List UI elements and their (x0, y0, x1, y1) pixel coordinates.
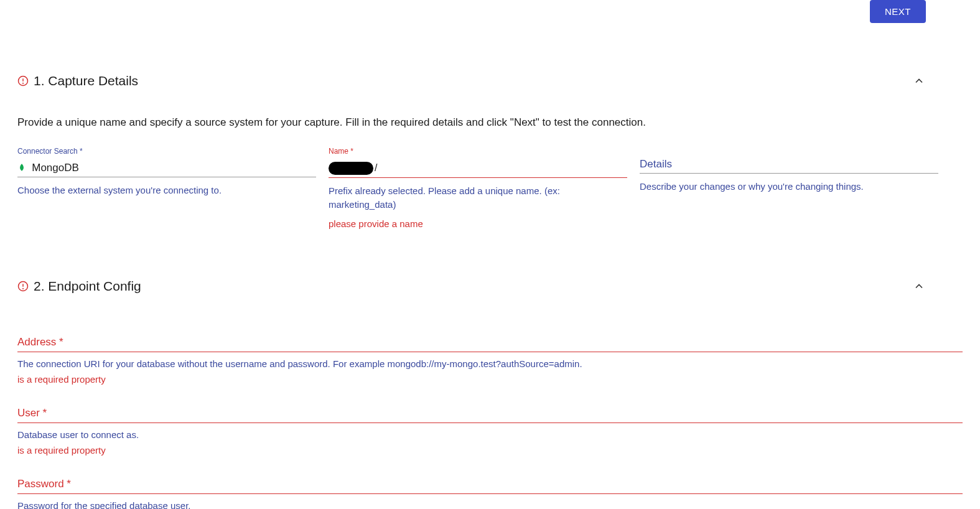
name-helper: Prefix already selected. Please add a un… (329, 184, 627, 212)
password-input[interactable] (17, 492, 963, 494)
name-field: Name * / Prefix already selected. Please… (329, 147, 627, 229)
name-label: Name * (329, 147, 627, 156)
connector-helper: Choose the external system you're connec… (17, 184, 316, 198)
chevron-up-icon[interactable] (913, 280, 925, 292)
section-1-header[interactable]: 1. Capture Details (17, 73, 963, 88)
details-helper: Describe your changes or why you're chan… (640, 180, 938, 194)
svg-point-5 (23, 288, 24, 289)
svg-point-2 (23, 83, 24, 83)
section-1-title: 1. Capture Details (34, 73, 138, 88)
mongodb-icon (17, 162, 27, 174)
next-button[interactable]: NEXT (870, 0, 926, 23)
address-error: is a required property (17, 374, 963, 385)
details-field: Details Describe your changes or why you… (640, 147, 938, 229)
connector-input[interactable]: MongoDB (17, 158, 316, 177)
name-error: please provide a name (329, 218, 627, 229)
chevron-up-icon[interactable] (913, 75, 925, 87)
section-2-header[interactable]: 2. Endpoint Config (17, 279, 963, 294)
connector-field: Connector Search * MongoDB Choose the ex… (17, 147, 316, 229)
user-helper: Database user to connect as. (17, 429, 963, 440)
user-error: is a required property (17, 445, 963, 455)
password-field: Password * Password for the specified da… (17, 478, 963, 510)
address-input[interactable] (17, 350, 963, 352)
section-2-title: 2. Endpoint Config (34, 279, 141, 294)
connector-value: MongoDB (32, 162, 316, 174)
user-input[interactable] (17, 421, 963, 423)
address-helper: The connection URI for your database wit… (17, 358, 963, 369)
user-field: User * Database user to connect as. is a… (17, 407, 963, 455)
user-label: User * (17, 407, 963, 419)
section-1-description: Provide a unique name and specify a sour… (17, 114, 963, 131)
error-icon (17, 281, 29, 292)
name-slash: / (375, 162, 377, 174)
address-field: Address * The connection URI for your da… (17, 336, 963, 385)
name-prefix-redacted (329, 162, 373, 175)
connector-label: Connector Search * (17, 147, 316, 156)
details-input[interactable]: Details (640, 147, 938, 174)
name-input[interactable]: / (329, 158, 627, 178)
error-icon (17, 75, 29, 86)
password-label: Password * (17, 478, 963, 490)
details-placeholder: Details (640, 158, 672, 170)
address-label: Address * (17, 336, 963, 348)
password-helper: Password for the specified database user… (17, 500, 963, 510)
